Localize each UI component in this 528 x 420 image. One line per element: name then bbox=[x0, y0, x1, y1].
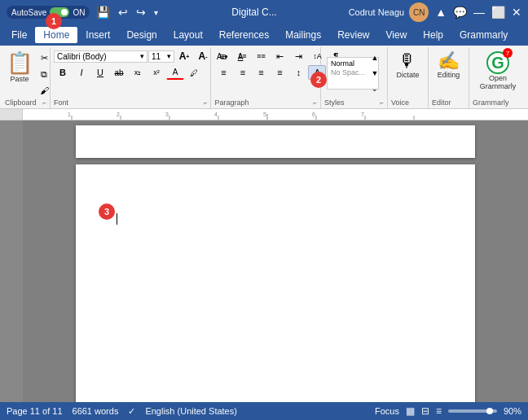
numbering-button[interactable]: 1≡ bbox=[233, 49, 251, 63]
user-name: Codrut Neagu bbox=[349, 7, 405, 17]
read-mode-icon[interactable]: ≡ bbox=[436, 405, 442, 417]
language[interactable]: English (United States) bbox=[145, 406, 237, 416]
spelling-check-icon[interactable]: ✓ bbox=[128, 406, 135, 417]
toggle-dot bbox=[61, 9, 68, 15]
menu-help[interactable]: Help bbox=[415, 27, 451, 43]
ribbon-collapse-icon[interactable]: ▲ bbox=[435, 6, 447, 19]
undo-icon[interactable]: ↩ bbox=[117, 4, 130, 20]
styles-expand-button[interactable]: ⌄ bbox=[366, 81, 384, 96]
print-layout-icon[interactable]: ▦ bbox=[406, 405, 415, 417]
grammarly-content: G 7 OpenGrammarly bbox=[473, 49, 523, 98]
menu-review[interactable]: Review bbox=[329, 27, 377, 43]
styles-button[interactable]: Normal No Spac... bbox=[324, 55, 365, 92]
save-icon[interactable]: 💾 bbox=[95, 4, 112, 20]
menu-references[interactable]: References bbox=[211, 27, 277, 43]
bold-button[interactable]: B bbox=[54, 65, 72, 80]
ruler-content: 1 2 3 4 5 6 7 bbox=[23, 109, 528, 120]
strikethrough-button[interactable]: ab bbox=[110, 65, 128, 80]
grow-font-button[interactable]: A+ bbox=[175, 49, 193, 63]
status-bar: Page 11 of 11 6661 words ✓ English (Unit… bbox=[0, 402, 528, 420]
ribbon: 1 📋 Paste ✂ ⧉ 🖌 Clipboard bbox=[0, 46, 528, 109]
voice-content: 🎙 Dictate bbox=[391, 49, 425, 98]
font-name-chevron: ▾ bbox=[140, 52, 144, 60]
open-grammarly-button[interactable]: G 7 OpenGrammarly bbox=[473, 49, 522, 93]
align-left-button[interactable]: ≡ bbox=[214, 65, 232, 80]
menu-mailings[interactable]: Mailings bbox=[277, 27, 329, 43]
para-content: ≡• 1≡ ≡≡ ⇤ ⇥ ↕A ¶ ≡ ≡ ≡ ≡ ↕ A bbox=[214, 49, 317, 98]
zoom-level[interactable]: 90% bbox=[504, 406, 521, 416]
focus-button[interactable]: Focus bbox=[375, 406, 399, 416]
bullets-button[interactable]: ≡• bbox=[214, 49, 232, 63]
dictate-icon: 🎙 bbox=[398, 51, 416, 71]
font-expand-icon[interactable]: ⌐ bbox=[204, 99, 208, 107]
title-bar: AutoSave ON 💾 ↩ ↪ ▾ Digital C... Codrut … bbox=[0, 0, 528, 24]
grammarly-group: G 7 OpenGrammarly Grammarly bbox=[469, 47, 526, 108]
voice-label: Voice bbox=[391, 98, 425, 108]
clipboard-expand-icon[interactable]: ⌐ bbox=[42, 99, 46, 107]
menu-file[interactable]: File bbox=[3, 27, 35, 43]
text-cursor bbox=[117, 213, 117, 225]
left-margin-bar bbox=[0, 120, 23, 402]
annotation-2: 2 bbox=[310, 72, 327, 88]
styles-scroll-down-button[interactable]: ▼ bbox=[366, 66, 384, 81]
align-center-button[interactable]: ≡ bbox=[233, 65, 251, 80]
editor-label: Editor bbox=[432, 98, 465, 108]
line-spacing-button[interactable]: ↕ bbox=[289, 65, 307, 80]
page-container: 3 bbox=[76, 125, 475, 402]
subscript-button[interactable]: x₂ bbox=[129, 65, 147, 80]
clipboard-group: 📋 Paste ✂ ⧉ 🖌 Clipboard ⌐ bbox=[2, 47, 51, 108]
shrink-font-button[interactable]: A- bbox=[194, 49, 212, 63]
close-button[interactable]: ✕ bbox=[512, 6, 521, 19]
styles-label: Styles ⌐ bbox=[324, 98, 384, 108]
superscript-button[interactable]: x² bbox=[147, 65, 165, 80]
ribbon-content: 📋 Paste ✂ ⧉ 🖌 Clipboard ⌐ bbox=[0, 46, 528, 108]
page-top-partial[interactable] bbox=[76, 125, 475, 158]
restore-button[interactable]: ⬜ bbox=[491, 6, 505, 19]
underline-button[interactable]: U bbox=[91, 65, 109, 80]
styles-scroll-up-button[interactable]: ▲ bbox=[366, 50, 384, 65]
menu-layout[interactable]: Layout bbox=[165, 27, 211, 43]
clipboard-label: Clipboard ⌐ bbox=[5, 98, 46, 108]
svg-text:1: 1 bbox=[68, 112, 71, 117]
editing-button[interactable]: ✍ Editing bbox=[433, 49, 464, 81]
minimize-button[interactable]: — bbox=[473, 6, 485, 19]
document-title: Digital C... bbox=[231, 7, 276, 18]
menu-view[interactable]: View bbox=[378, 27, 416, 43]
font-size-selector[interactable]: 11 ▾ bbox=[148, 50, 174, 63]
multilevel-button[interactable]: ≡≡ bbox=[252, 49, 270, 63]
ruler-left-margin bbox=[0, 109, 23, 120]
paste-button[interactable]: 📋 Paste bbox=[5, 49, 34, 85]
styles-content: Normal No Spac... ▲ ▼ ⌄ bbox=[324, 49, 384, 98]
menu-insert[interactable]: Insert bbox=[77, 27, 118, 43]
svg-text:2: 2 bbox=[117, 112, 120, 117]
editing-icon: ✍ bbox=[438, 51, 460, 71]
font-name-selector[interactable]: Calibri (Body) ▾ bbox=[54, 50, 147, 63]
increase-indent-button[interactable]: ⇥ bbox=[289, 49, 307, 63]
quick-access-more-icon[interactable]: ▾ bbox=[152, 7, 160, 19]
title-bar-left: AutoSave ON 💾 ↩ ↪ ▾ bbox=[7, 4, 160, 20]
zoom-slider[interactable] bbox=[448, 409, 497, 413]
clipboard-content: 📋 Paste ✂ ⧉ 🖌 bbox=[5, 49, 46, 98]
title-bar-right: Codrut Neagu CN ▲ 💬 — ⬜ ✕ bbox=[349, 2, 521, 22]
justify-button[interactable]: ≡ bbox=[271, 65, 288, 80]
decrease-indent-button[interactable]: ⇤ bbox=[271, 49, 288, 63]
styles-group: Normal No Spac... ▲ ▼ ⌄ Styles ⌐ bbox=[321, 47, 388, 108]
comments-icon[interactable]: 💬 bbox=[453, 6, 467, 19]
font-color-button[interactable]: A bbox=[166, 65, 184, 80]
paste-icon: 📋 bbox=[7, 51, 33, 75]
styles-expand-icon[interactable]: ⌐ bbox=[380, 99, 384, 107]
annotation-1: 1 bbox=[46, 13, 62, 29]
italic-button[interactable]: I bbox=[73, 65, 90, 80]
voice-group: 🎙 Dictate Voice bbox=[388, 47, 429, 108]
highlight-button[interactable]: 🖊 bbox=[185, 65, 203, 80]
menu-grammarly[interactable]: Grammarly bbox=[451, 27, 516, 43]
redo-icon[interactable]: ↪ bbox=[134, 4, 147, 20]
dictate-button[interactable]: 🎙 Dictate bbox=[392, 49, 423, 81]
paragraph-expand-icon[interactable]: ⌐ bbox=[313, 99, 317, 107]
web-layout-icon[interactable]: ⊟ bbox=[421, 405, 429, 417]
menu-home[interactable]: Home bbox=[35, 27, 77, 43]
align-right-button[interactable]: ≡ bbox=[252, 65, 270, 80]
page-info: Page 11 of 11 bbox=[7, 406, 63, 416]
menu-design[interactable]: Design bbox=[118, 27, 165, 43]
page-main[interactable]: 3 bbox=[76, 164, 475, 402]
